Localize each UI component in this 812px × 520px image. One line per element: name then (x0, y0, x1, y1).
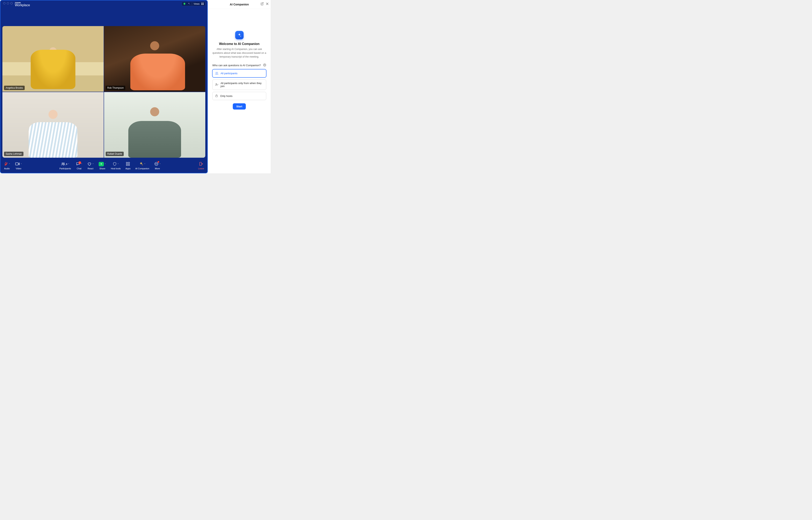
panel-description: After starting AI Companion, you can ask… (212, 47, 266, 58)
permission-question-row: Who can ask questions to AI Companion? (212, 63, 266, 67)
participant-tile[interactable]: Sasha Lehman (2, 92, 104, 158)
panel-header: AI Companion (208, 0, 271, 9)
toolbar-label: Participants (59, 167, 71, 170)
share-button[interactable]: ⌃ Share (99, 162, 106, 170)
ai-companion-button[interactable]: ⌃ AI Companion (135, 162, 149, 170)
maximize-window-icon[interactable] (10, 2, 12, 4)
microphone-muted-icon (4, 162, 8, 166)
participant-tile[interactable]: Rob Thompson (104, 26, 205, 92)
svg-point-15 (156, 164, 157, 164)
toolbar-label: Chat (77, 167, 81, 170)
react-button[interactable]: ⌃ React (87, 162, 94, 170)
encryption-shield-icon[interactable] (183, 2, 186, 5)
audio-button[interactable]: ⌃ Audio (4, 162, 10, 170)
chevron-up-icon[interactable]: ⌃ (117, 163, 119, 165)
participant-name-chip: Rob Thompson (106, 86, 125, 90)
window-controls[interactable] (3, 2, 12, 4)
people-filled-icon (215, 72, 219, 75)
grid-view-icon[interactable] (201, 2, 204, 5)
start-button[interactable]: Start (233, 103, 246, 109)
panel-body: Welcome to AI Companion After starting A… (208, 9, 271, 109)
svg-rect-12 (128, 162, 130, 164)
window-titlebar: zoom Workplace Views (0, 0, 207, 6)
toolbar-label: More (155, 167, 160, 170)
views-button[interactable]: Views (194, 3, 199, 5)
svg-rect-11 (128, 164, 130, 165)
choice-only-hosts[interactable]: Only hosts (212, 92, 266, 100)
svg-point-14 (156, 164, 156, 164)
toolbar-label: Host tools (111, 167, 121, 170)
video-feed (104, 92, 205, 158)
participant-tile[interactable]: Rafael Duarte (104, 92, 205, 158)
participant-tile[interactable]: Angelica Brooks (2, 26, 104, 92)
ai-companion-icon (139, 162, 143, 166)
notification-dot-icon (158, 161, 159, 163)
choice-all-participants[interactable]: All participants (212, 69, 266, 77)
svg-rect-0 (201, 3, 202, 4)
shield-icon (113, 162, 117, 166)
close-icon[interactable] (265, 2, 269, 6)
toolbar-label: Apps (125, 167, 131, 170)
ai-companion-logo-icon (235, 31, 244, 39)
toolbar-label: Leave (198, 167, 204, 170)
chevron-up-icon[interactable]: ⌃ (68, 163, 69, 165)
brand-workplace: Workplace (15, 4, 30, 7)
share-screen-icon (99, 162, 104, 166)
chevron-up-icon[interactable]: ⌃ (21, 163, 22, 165)
heart-icon (87, 162, 92, 166)
participant-name-chip: Sasha Lehman (4, 152, 24, 156)
svg-point-8 (63, 163, 64, 164)
apps-button[interactable]: Apps (125, 162, 131, 170)
meeting-status-pill: Views (181, 2, 205, 6)
close-window-icon[interactable] (3, 2, 5, 4)
video-feed (104, 26, 205, 92)
more-icon (154, 162, 159, 166)
participants-count: 3 (66, 163, 67, 165)
svg-point-7 (62, 163, 63, 164)
participant-name-chip: Rafael Duarte (106, 152, 124, 156)
chevron-up-icon[interactable]: ⌃ (105, 163, 106, 165)
chevron-up-icon[interactable]: ⌃ (144, 163, 145, 165)
choice-label: Only hosts (220, 95, 232, 98)
info-icon[interactable] (263, 63, 266, 67)
toolbar-label: Audio (4, 167, 10, 170)
leave-button[interactable]: Leave (198, 162, 204, 170)
participant-name-chip: Angelica Brooks (4, 86, 25, 90)
permission-choice-list: All participants All participants only f… (212, 69, 266, 100)
meeting-toolbar: ⌃ Audio ⌃ Video (0, 160, 207, 173)
svg-rect-3 (203, 4, 203, 5)
chat-button[interactable]: 1 ⌃ Chat (76, 162, 82, 170)
panel-title: AI Companion (230, 3, 249, 6)
chevron-up-icon[interactable]: ⌃ (9, 163, 10, 165)
minimize-window-icon[interactable] (7, 2, 9, 4)
svg-rect-9 (126, 162, 128, 163)
toolbar-label: AI Companion (135, 167, 149, 170)
chevron-up-icon[interactable]: ⌃ (92, 163, 94, 165)
video-button[interactable]: ⌃ Video (15, 162, 22, 170)
lock-icon (215, 94, 218, 98)
video-feed (2, 92, 104, 158)
more-button[interactable]: ⌃ More (154, 162, 161, 170)
svg-point-21 (216, 72, 217, 73)
toolbar-label: Share (100, 167, 105, 170)
app-brand: zoom Workplace (15, 2, 30, 7)
choice-from-when-they-join[interactable]: All participants only from when they joi… (212, 79, 266, 90)
svg-rect-2 (201, 4, 202, 5)
toolbar-label: React (88, 167, 93, 170)
chevron-up-icon[interactable]: ⌃ (159, 163, 161, 165)
video-grid: Angelica Brooks Rob Thompson Sasha Lehma… (2, 26, 205, 158)
apps-icon (126, 162, 130, 166)
choice-label: All participants only from when they joi… (221, 82, 264, 88)
participants-button[interactable]: 3 ⌃ Participants (59, 162, 71, 170)
svg-point-22 (217, 72, 218, 73)
panel-welcome-heading: Welcome to AI Companion (219, 42, 260, 46)
toolbar-label: Video (16, 167, 22, 170)
ai-companion-panel: AI Companion Welcome to AI Companion Aft… (208, 0, 271, 173)
svg-rect-24 (216, 96, 217, 97)
ai-sparkle-icon[interactable] (188, 2, 190, 5)
permission-question: Who can ask questions to AI Companion? (212, 64, 261, 67)
host-tools-button[interactable]: ⌃ Host tools (111, 162, 121, 170)
svg-rect-1 (203, 3, 203, 4)
svg-rect-6 (16, 163, 18, 165)
pop-out-icon[interactable] (260, 2, 264, 6)
